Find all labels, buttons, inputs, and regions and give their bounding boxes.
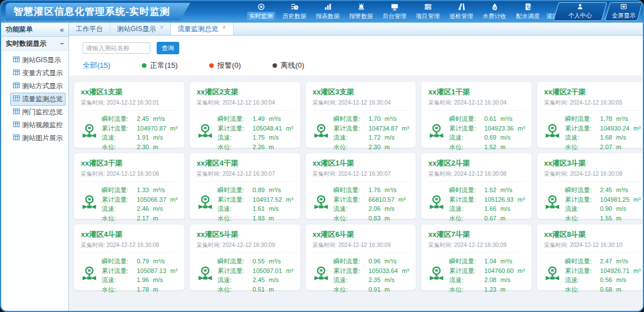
instant-flow-unit: m³/s	[616, 185, 628, 195]
tab-station-gis[interactable]: 测站GIS显示 ×	[110, 23, 171, 35]
collect-time-value: 2024-12-12 16:30:07	[222, 171, 275, 177]
nav-item-backend-management[interactable]: 后台管理	[378, 1, 411, 23]
instant-flow-value: 1.52	[484, 185, 496, 195]
nav-item-water-dispatch[interactable]: 配水调度	[511, 1, 544, 23]
flow-meter-icon	[428, 123, 445, 142]
total-flow-value: 104970.87	[137, 124, 166, 133]
filter-normal[interactable]: 正常(15)	[142, 60, 178, 71]
instant-flow-value: 1.70	[369, 114, 381, 124]
velocity-value: 1.68	[600, 133, 612, 142]
collect-time-value: 2024-12-12 16:30:09	[222, 242, 275, 248]
sidebar-item[interactable]: 测站图片展示	[1, 132, 68, 145]
water-level-value: 1.93	[253, 214, 265, 223]
total-flow-value: 104926.71	[600, 266, 629, 276]
sidebar-item[interactable]: 测站方式显示	[1, 80, 68, 93]
water-level-unit: m	[153, 285, 158, 294]
sidebar-item[interactable]: 流量监测总览	[1, 93, 68, 106]
station-card[interactable]: xx灌区1斗渠 采集时间: 2024-12-12 16:30:07	[305, 153, 417, 219]
water-level-label: 水位:	[218, 214, 253, 223]
water-level-label: 水位:	[565, 214, 600, 223]
tab-flow-overview[interactable]: 流量监测总览 ×	[171, 23, 233, 35]
station-card[interactable]: xx灌区7斗渠 采集时间: 2024-12-12 16:30:09	[421, 224, 532, 291]
velocity-unit: m/s	[153, 275, 163, 285]
nav-item-realtime-monitor[interactable]: 实时监测	[244, 1, 278, 23]
top-header: 智慧灌区信息化管理系统-实时监测 实时监测 历史数据 报表数据 报警数据 后台管…	[1, 1, 643, 23]
collect-time-value: 2024-12-12 16:30:09	[454, 242, 507, 248]
sidebar-item[interactable]: 测站视频监控	[1, 119, 68, 132]
close-icon[interactable]: ×	[222, 24, 226, 31]
group-collapse-icon[interactable]: −	[60, 40, 64, 47]
nav-item-water-fee[interactable]: 水费计收	[478, 1, 511, 23]
collect-time-value: 2024-12-12 16:30:10	[570, 242, 623, 248]
station-name: xx灌区2斗渠	[428, 158, 525, 168]
nav-item-inspection-management[interactable]: 巡检管理	[444, 1, 478, 23]
station-card[interactable]: xx灌区2斗渠 采集时间: 2024-12-12 16:30:08	[421, 153, 532, 219]
station-card[interactable]: xx灌区2干渠 采集时间: 2024-12-12 16:30:05	[537, 81, 643, 148]
instant-flow-label: 瞬时流量:	[102, 185, 137, 195]
table-icon	[13, 69, 20, 77]
sidebar-group-realtime-display[interactable]: 实时数据显示 −	[1, 37, 68, 51]
station-name: xx灌区3斗渠	[544, 158, 641, 168]
water-level-value: 2.17	[137, 214, 149, 223]
velocity-unit: m/s	[384, 204, 395, 214]
filter-all[interactable]: 全部(15)	[83, 60, 110, 71]
filter-offline[interactable]: 离线(0)	[273, 60, 304, 71]
water-level-value: 0.91	[369, 285, 381, 294]
station-card[interactable]: xx灌区4干渠 采集时间: 2024-12-12 16:30:07	[189, 153, 301, 219]
total-flow-label: 累计流量:	[102, 195, 137, 205]
station-card[interactable]: xx灌区1干渠 采集时间: 2024-12-12 16:30:04	[421, 81, 532, 148]
flow-meter-icon	[313, 123, 330, 142]
station-name: xx灌区5斗渠	[197, 229, 293, 240]
instant-flow-value: 1.78	[600, 114, 612, 124]
close-icon[interactable]: ×	[160, 24, 163, 31]
total-flow-label: 累计流量:	[565, 124, 600, 133]
flow-meter-icon	[313, 266, 330, 285]
filter-alarm[interactable]: 报警(0)	[209, 60, 241, 71]
collect-time-value: 2024-12-12 16:30:08	[107, 242, 159, 248]
station-card[interactable]: xx灌区8斗渠 采集时间: 2024-12-12 16:30:10	[537, 224, 643, 291]
nav-item-history-data[interactable]: 历史数据	[278, 1, 311, 23]
station-card[interactable]: xx灌区3干渠 采集时间: 2024-12-12 16:30:06	[74, 153, 185, 219]
station-name: xx灌区1斗渠	[313, 158, 409, 168]
nav-item-project-management[interactable]: 项目管理	[411, 1, 444, 23]
total-flow-unit: m³	[170, 266, 178, 276]
instant-flow-label: 瞬时流量:	[449, 114, 484, 124]
water-level-unit: m	[269, 142, 274, 152]
station-card[interactable]: xx灌区3斗渠 采集时间: 2024-12-12 16:30:08	[537, 153, 643, 219]
tab-workbench[interactable]: 工作平台	[69, 23, 110, 35]
total-flow-label: 累计流量:	[334, 266, 369, 276]
sidebar-item[interactable]: 测站GIS显示	[1, 54, 68, 67]
total-flow-label: 累计流量:	[449, 124, 484, 133]
sidebar-item-label: 测站GIS显示	[22, 55, 61, 65]
nav-item-alarm-data[interactable]: 报警数据	[344, 1, 378, 23]
instant-flow-unit: m³/s	[153, 257, 165, 266]
velocity-label: 流速:	[565, 133, 600, 142]
monitor-icon	[390, 3, 399, 11]
station-card[interactable]: xx灌区6斗渠 采集时间: 2024-12-12 16:30:09	[305, 224, 417, 291]
search-button[interactable]: 查询	[157, 42, 179, 54]
sidebar-collapse-icon[interactable]: «	[60, 25, 64, 34]
station-card[interactable]: xx灌区3支渠 采集时间: 2024-12-12 16:30:04	[305, 81, 417, 148]
sidebar-item-label: 测站视频监控	[22, 120, 63, 130]
fullscreen-button[interactable]: 全屏显示	[604, 2, 642, 21]
total-flow-value: 104734.87	[369, 124, 398, 133]
station-card[interactable]: xx灌区2支渠 采集时间: 2024-12-12 16:30:04	[189, 81, 301, 148]
station-name: xx灌区2干渠	[544, 87, 641, 97]
station-card[interactable]: xx灌区5斗渠 采集时间: 2024-12-12 16:30:09	[189, 224, 301, 291]
search-input[interactable]	[83, 42, 150, 54]
sidebar-item[interactable]: 变量方式显示	[1, 67, 68, 80]
station-card[interactable]: xx灌区1支渠 采集时间: 2024-12-12 16:30:01	[74, 81, 185, 148]
station-card[interactable]: xx灌区4斗渠 采集时间: 2024-12-12 16:30:08	[74, 224, 185, 291]
flow-meter-icon	[428, 194, 445, 214]
total-flow-value: 104923.36	[484, 124, 513, 133]
user-center-button[interactable]: 个人中心	[553, 2, 607, 21]
nav-item-report-data[interactable]: 报表数据	[311, 1, 344, 23]
station-name: xx灌区3干渠	[81, 158, 178, 168]
total-flow-value: 104981.25	[600, 195, 629, 205]
sidebar-item[interactable]: 闸门监控总览	[1, 106, 68, 119]
instant-flow-unit: m³/s	[269, 257, 280, 266]
doc-search-icon	[524, 3, 533, 11]
total-flow-value: 105087.13	[137, 266, 166, 276]
target-icon	[257, 3, 266, 11]
instant-flow-label: 瞬时流量:	[218, 185, 253, 195]
